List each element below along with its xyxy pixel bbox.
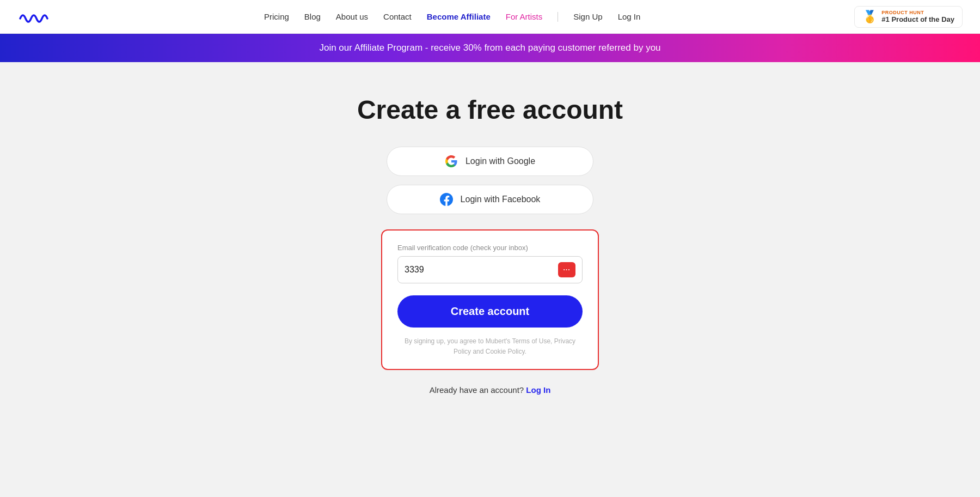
ph-label: PRODUCT HUNT	[881, 10, 954, 15]
nav-affiliate[interactable]: Become Affiliate	[427, 12, 491, 21]
affiliate-banner[interactable]: Join our Affiliate Program - receive 30%…	[0, 34, 980, 62]
login-link[interactable]: Log In	[526, 385, 550, 395]
google-login-label: Login with Google	[465, 156, 535, 166]
google-icon	[445, 155, 458, 168]
nav-about[interactable]: About us	[336, 12, 368, 21]
logo[interactable]	[17, 9, 50, 25]
already-account-text: Already have an account? Log In	[430, 385, 551, 395]
create-account-label: Create account	[451, 305, 530, 317]
nav-pricing[interactable]: Pricing	[264, 12, 289, 21]
banner-text: Join our Affiliate Program - receive 30%…	[319, 43, 660, 53]
facebook-login-label: Login with Facebook	[461, 195, 541, 204]
signup-form-box: Email verification code (check your inbo…	[381, 229, 599, 370]
nav-blog[interactable]: Blog	[304, 12, 321, 21]
google-login-button[interactable]: Login with Google	[387, 147, 593, 176]
sms-icon-button[interactable]: ···	[558, 262, 575, 277]
medal-icon: 🥇	[862, 10, 877, 24]
terms-content: By signing up, you agree to Mubert's Ter…	[405, 337, 575, 355]
product-hunt-badge[interactable]: 🥇 PRODUCT HUNT #1 Product of the Day	[854, 6, 963, 28]
already-account-label: Already have an account?	[430, 385, 524, 395]
main-content: Create a free account Login with Google …	[0, 62, 980, 416]
ph-rank: #1 Product of the Day	[881, 15, 954, 23]
email-code-label: Email verification code (check your inbo…	[397, 244, 583, 252]
email-code-input[interactable]	[405, 265, 558, 275]
terms-text: By signing up, you agree to Mubert's Ter…	[397, 336, 583, 357]
ph-text: PRODUCT HUNT #1 Product of the Day	[881, 10, 954, 23]
nav-links: Pricing Blog About us Contact Become Aff…	[264, 12, 640, 22]
facebook-icon	[440, 193, 453, 206]
create-account-button[interactable]: Create account	[397, 295, 583, 328]
nav-artists[interactable]: For Artists	[506, 12, 543, 21]
facebook-login-button[interactable]: Login with Facebook	[387, 185, 593, 214]
page-title: Create a free account	[357, 95, 623, 125]
social-buttons: Login with Google Login with Facebook	[387, 147, 593, 214]
sms-dots: ···	[563, 266, 570, 274]
nav-login[interactable]: Log In	[618, 12, 641, 21]
nav-signup[interactable]: Sign Up	[573, 12, 602, 21]
nav-contact[interactable]: Contact	[383, 12, 412, 21]
nav-divider	[558, 12, 558, 22]
email-code-input-wrap: ···	[397, 256, 583, 283]
navbar: Pricing Blog About us Contact Become Aff…	[0, 0, 980, 34]
